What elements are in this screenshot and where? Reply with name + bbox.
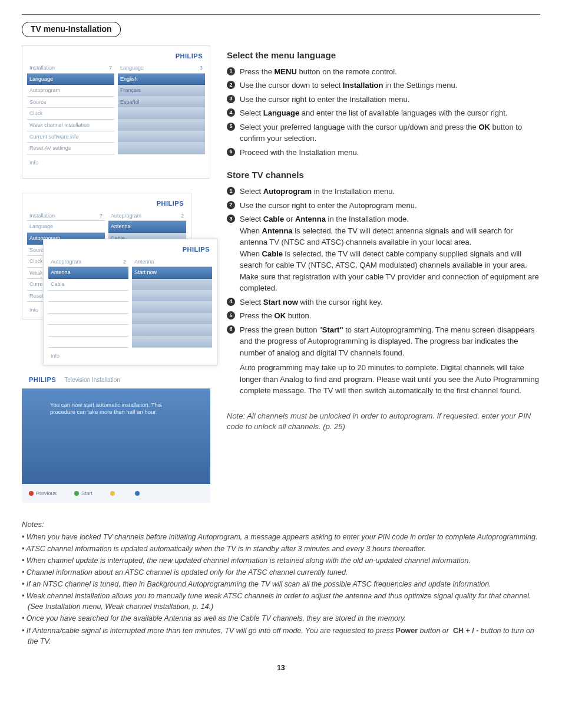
list-item: Current software info — [27, 131, 114, 143]
list-item: Autoprogram — [27, 85, 114, 97]
info-label: Info — [27, 159, 205, 167]
steps-list: 1Select Autoprogram in the Installation … — [227, 186, 540, 400]
section-heading: Store TV channels — [227, 169, 540, 181]
list-item: Source — [27, 97, 114, 108]
dialog-title: Television Installation — [64, 376, 120, 384]
previous-button: Previous — [29, 490, 57, 498]
footnotes: Notes: When you have locked TV channels … — [22, 519, 540, 646]
list-item: English — [118, 74, 205, 85]
blue-button — [135, 490, 142, 498]
brand-logo: PHILIPS — [27, 199, 184, 208]
list-item: Español — [118, 97, 205, 108]
section-heading: Select the menu language — [227, 49, 540, 61]
note: Note: All channels must be unlocked in o… — [227, 411, 540, 432]
brand-logo: PHILIPS — [48, 245, 210, 254]
list-item: Clock — [27, 108, 114, 120]
yellow-button — [110, 490, 117, 498]
list-item: Weak channel installation — [27, 120, 114, 131]
osd-autoprogram-stack: PHILIPS Installation7 Language Autoprogr… — [22, 193, 210, 358]
page-number: 13 — [22, 663, 540, 673]
start-button: Start — [74, 490, 92, 498]
list-item: Reset AV settings — [27, 143, 114, 154]
list-item: Français — [118, 85, 205, 97]
page-title: TV menu-Installation — [22, 22, 121, 37]
steps-list: 1Press the MENU button on the remote con… — [227, 66, 540, 159]
brand-logo: PHILIPS — [27, 52, 203, 61]
osd-installation-language: PHILIPS Installation7 Language Autoprogr… — [22, 45, 210, 179]
list-item: Language — [27, 74, 114, 85]
brand-logo: PHILIPS — [29, 375, 56, 384]
osd-installation-prompt: PHILIPS Television Installation You can … — [22, 372, 210, 503]
